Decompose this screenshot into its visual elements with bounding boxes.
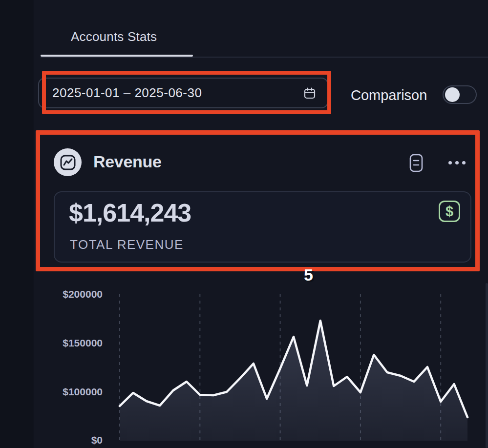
revenue-header-icon-circle — [54, 148, 82, 176]
annotation-mark-5: 5 — [304, 265, 313, 285]
active-tab-indicator — [41, 55, 193, 57]
date-range-input[interactable]: 2025-01-01 – 2025-06-30 — [38, 78, 328, 108]
dollar-icon: $ — [439, 201, 460, 222]
total-revenue-label: TOTAL REVENUE — [70, 237, 184, 252]
note-icon[interactable] — [408, 153, 424, 173]
comparison-toggle[interactable] — [443, 85, 477, 104]
y-axis-tick-150000: $150000 — [29, 337, 103, 349]
date-range-value: 2025-01-01 – 2025-06-30 — [52, 85, 202, 101]
dot — [448, 161, 452, 164]
revenue-line-chart — [107, 283, 488, 448]
calendar-icon[interactable] — [303, 86, 317, 100]
total-revenue-stat-card: $1,614,243 TOTAL REVENUE $ — [54, 191, 471, 263]
tab-accounts-stats[interactable]: Accounts Stats — [71, 29, 157, 44]
comparison-label: Comparison — [351, 87, 427, 103]
y-axis-tick-200000: $200000 — [29, 288, 103, 300]
sidebar — [0, 0, 34, 448]
total-revenue-value: $1,614,243 — [69, 198, 191, 227]
revenue-card-title: Revenue — [93, 152, 162, 171]
dollar-glyph: $ — [446, 204, 453, 220]
y-axis-tick-0: $0 — [29, 434, 103, 446]
right-edge-strip — [486, 283, 488, 448]
comparison-toggle-knob — [445, 87, 460, 102]
dot — [455, 161, 459, 164]
ellipsis-menu-icon[interactable] — [448, 161, 466, 164]
trend-chart-icon — [59, 153, 77, 172]
tabbar-divider — [41, 57, 488, 58]
y-axis-tick-100000: $100000 — [29, 386, 103, 398]
dot — [462, 161, 466, 164]
dashboard-page: Accounts Stats 2025-01-01 – 2025-06-30 C… — [0, 0, 488, 448]
